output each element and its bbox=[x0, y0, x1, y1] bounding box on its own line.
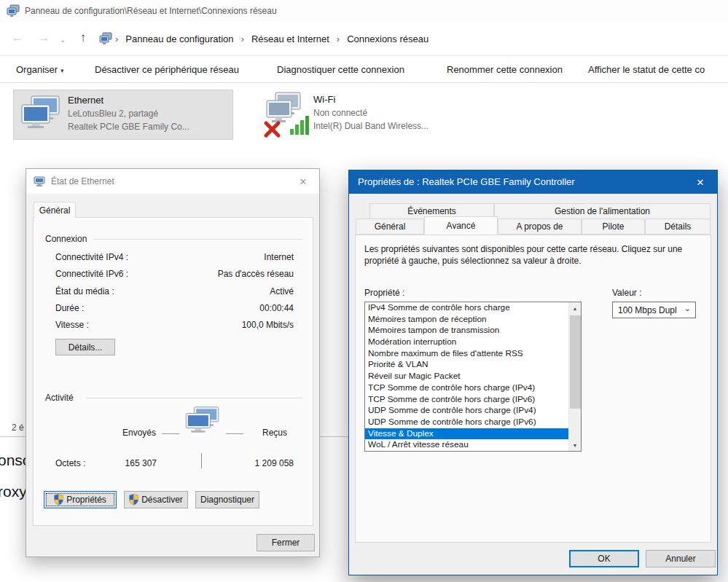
close-button-label: Fermer bbox=[272, 538, 300, 548]
connection-network: LeLotusBleu 2, partagé bbox=[68, 109, 158, 119]
dialog-title: Propriétés de : Realtek PCIe GBE Family … bbox=[358, 176, 575, 187]
monitor-icon bbox=[34, 176, 45, 187]
ethernet-icon bbox=[20, 94, 62, 136]
window-title: Panneau de configuration\Réseau et Inter… bbox=[25, 6, 277, 16]
tab-general[interactable]: Général bbox=[356, 219, 424, 235]
duration-label: Durée : bbox=[55, 303, 84, 313]
activity-line bbox=[162, 433, 179, 434]
tab-gestion-alimentation[interactable]: Gestion de l'alimentation bbox=[494, 203, 711, 219]
properties-button-label: Propriétés bbox=[66, 495, 106, 505]
wifi-icon bbox=[262, 91, 310, 139]
network-connections-app-icon bbox=[7, 4, 20, 17]
sent-label: Envoyés bbox=[122, 428, 156, 438]
ipv4-connectivity-label: Connectivité IPv4 : bbox=[55, 252, 128, 262]
tab-details[interactable]: Détails bbox=[645, 219, 711, 235]
property-list-item[interactable]: IPv4 Somme de contrôle hors charge bbox=[365, 302, 568, 314]
breadcrumb: › Panneau de configuration › Réseau et I… bbox=[115, 22, 428, 56]
details-button[interactable]: Détails... bbox=[55, 339, 115, 355]
explorer-command-bar: Organiser▾ Désactiver ce périphérique ré… bbox=[0, 56, 728, 82]
advanced-tab-page: Les propriétés suivantes sont disponible… bbox=[355, 235, 711, 543]
disable-button[interactable]: Désactiver bbox=[124, 491, 188, 508]
show-status-command[interactable]: Afficher le statut de cette co bbox=[588, 64, 705, 75]
media-state-value: Activé bbox=[270, 286, 294, 296]
ipv6-connectivity-label: Connectivité IPv6 : bbox=[55, 269, 128, 279]
breadcrumb-item-panneau-de-configuration[interactable]: Panneau de configuration bbox=[125, 34, 233, 44]
properties-button[interactable]: Propriétés bbox=[44, 491, 117, 508]
property-list-item[interactable]: TCP Somme de contrôle hors charge (IPv4) bbox=[365, 382, 568, 394]
connection-item-ethernet[interactable]: Ethernet LeLotusBleu 2, partagé Realtek … bbox=[13, 90, 233, 140]
property-list-item[interactable]: Mémoires tampon de réception bbox=[365, 314, 568, 326]
property-list-item[interactable]: Modération interruption bbox=[365, 337, 568, 348]
property-list-item-selected[interactable]: Vitesse & Duplex bbox=[365, 428, 568, 440]
uac-shield-icon bbox=[129, 494, 138, 506]
property-label: Propriété : bbox=[364, 288, 404, 298]
organize-menu[interactable]: Organiser▾ bbox=[16, 64, 64, 75]
ethernet-status-dialog: État de Ethernet ✕ Général Connexion Con… bbox=[26, 168, 320, 557]
diagnose-connection-command[interactable]: Diagnostiquer cette connexion bbox=[277, 64, 404, 75]
connection-name: Ethernet bbox=[68, 95, 103, 106]
connection-item-wifi[interactable]: Wi-Fi Non connecté Intel(R) Dual Band Wi… bbox=[259, 90, 463, 140]
breadcrumb-item-connexions-reseau[interactable]: Connexions réseau bbox=[347, 34, 428, 44]
speed-value: 100,0 Mbits/s bbox=[242, 320, 294, 330]
statusbar-items-count: 2 é bbox=[12, 422, 24, 433]
property-list-item[interactable]: Mémoires tampon de transmission bbox=[365, 325, 568, 337]
diagnose-button-label: Diagnostiquer bbox=[200, 495, 254, 505]
connection-status: Non connecté bbox=[313, 108, 367, 118]
value-dropdown[interactable]: 100 Mbps Dupl ⌄ bbox=[612, 302, 696, 318]
up-icon[interactable]: ↑ bbox=[74, 31, 92, 45]
connection-adapter: Intel(R) Dual Band Wireless... bbox=[313, 121, 428, 131]
general-tab-page: Connexion Connectivité IPv4 : Internet C… bbox=[33, 217, 313, 526]
chevron-right-icon: › bbox=[337, 34, 340, 44]
speed-label: Vitesse : bbox=[55, 320, 89, 330]
computer-icon bbox=[184, 406, 222, 436]
bytes-label: Octets : bbox=[55, 458, 85, 468]
address-bar-icon bbox=[99, 32, 112, 45]
property-list-item[interactable]: Nombre maximum de files d'attente RSS bbox=[365, 348, 568, 360]
property-list-item[interactable]: Priorité & VLAN bbox=[365, 359, 568, 371]
uac-shield-icon bbox=[54, 494, 63, 506]
property-list-item[interactable]: WoL / Arrêt vitesse réseau bbox=[365, 439, 568, 451]
tab-general[interactable]: Général bbox=[34, 202, 76, 218]
background-text-fragment: roxy bbox=[0, 483, 27, 500]
forward-icon[interactable]: → bbox=[35, 31, 52, 45]
advanced-description: Les propriétés suivantes sont disponible… bbox=[364, 244, 701, 267]
close-icon[interactable]: ✕ bbox=[287, 169, 319, 194]
breadcrumb-item-reseau-et-internet[interactable]: Réseau et Internet bbox=[251, 34, 329, 44]
rename-connection-command[interactable]: Renommer cette connexion bbox=[447, 64, 563, 75]
bytes-separator bbox=[201, 453, 202, 468]
bytes-sent-value: 165 307 bbox=[125, 458, 157, 468]
ipv6-connectivity-value: Pas d'accès réseau bbox=[218, 269, 294, 279]
activity-group-label: Activité bbox=[45, 393, 74, 403]
property-list-item[interactable]: UDP Somme de contrôle hors charge (IPv4) bbox=[365, 405, 568, 417]
property-list-item[interactable]: TCP Somme de contrôle hors charge (IPv6) bbox=[365, 394, 568, 406]
value-dropdown-text: 100 Mbps Dupl bbox=[618, 305, 682, 315]
tab-pilote[interactable]: Pilote bbox=[582, 219, 645, 235]
property-list-item[interactable]: Réveil sur Magic Packet bbox=[365, 371, 568, 382]
scroll-down-icon[interactable]: ▼ bbox=[569, 439, 581, 451]
group-divider bbox=[93, 239, 302, 240]
disable-device-command[interactable]: Désactiver ce périphérique réseau bbox=[95, 64, 239, 75]
explorer-titlebar: Panneau de configuration\Réseau et Inter… bbox=[0, 0, 728, 22]
details-button-label: Détails... bbox=[69, 342, 103, 353]
diagnose-button[interactable]: Diagnostiquer bbox=[195, 491, 259, 508]
tab-avance[interactable]: Avancé bbox=[424, 216, 498, 235]
connection-name: Wi-Fi bbox=[313, 94, 335, 105]
dialog-titlebar: État de Ethernet ✕ bbox=[26, 169, 319, 194]
ok-button[interactable]: OK bbox=[569, 550, 639, 567]
listbox-scrollbar[interactable]: ▲ ▼ bbox=[568, 302, 581, 451]
organize-label: Organiser bbox=[16, 64, 58, 75]
close-button[interactable]: Fermer bbox=[257, 534, 315, 551]
adapter-properties-dialog: Propriétés de : Realtek PCIe GBE Family … bbox=[348, 170, 718, 575]
connection-group-label: Connexion bbox=[45, 234, 87, 244]
back-icon[interactable]: ← bbox=[9, 31, 26, 45]
scrollbar-thumb[interactable] bbox=[570, 315, 581, 409]
property-list-item[interactable]: UDP Somme de contrôle hors charge (IPv6) bbox=[365, 417, 568, 428]
scroll-up-icon[interactable]: ▲ bbox=[569, 302, 581, 314]
cancel-button[interactable]: Annuler bbox=[646, 550, 716, 567]
media-state-label: État du média : bbox=[55, 286, 114, 296]
activity-line bbox=[226, 433, 243, 434]
close-icon[interactable]: ✕ bbox=[684, 170, 717, 194]
received-label: Reçus bbox=[262, 428, 287, 438]
tab-a-propos-de[interactable]: A propos de bbox=[498, 219, 582, 235]
history-chevron-icon[interactable]: ⌄ bbox=[60, 36, 66, 44]
